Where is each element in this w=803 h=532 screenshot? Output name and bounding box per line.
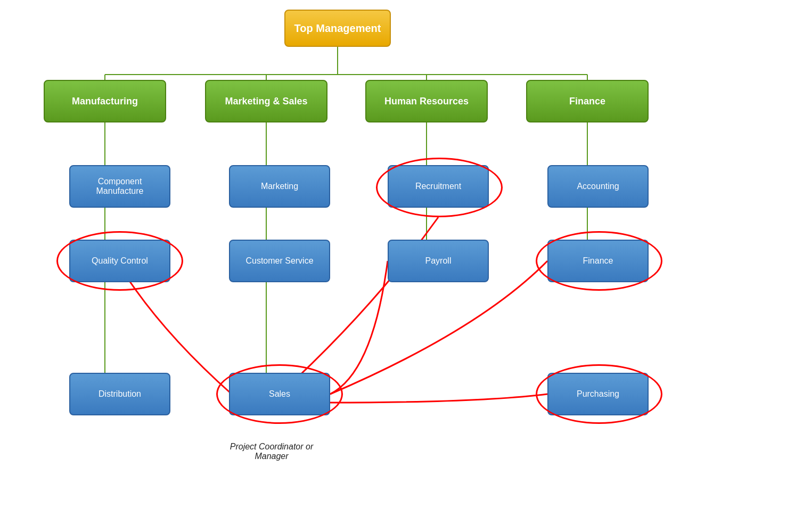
finance-sub-box: Finance [547, 240, 649, 282]
accounting-box: Accounting [547, 165, 649, 208]
finance-dept-box: Finance [526, 80, 649, 122]
project-coordinator-label: Project Coordinator or Manager [208, 442, 335, 461]
distribution-box: Distribution [69, 373, 170, 415]
quality-control-box: Quality Control [69, 240, 170, 282]
purchasing-box: Purchasing [547, 373, 649, 415]
human-resources-box: Human Resources [365, 80, 488, 122]
nodes-layer: Top Management Manufacturing Marketing &… [0, 0, 803, 532]
payroll-box: Payroll [388, 240, 489, 282]
chart-container: Top Management Manufacturing Marketing &… [0, 0, 803, 532]
recruitment-box: Recruitment [388, 165, 489, 208]
customer-service-box: Customer Service [229, 240, 330, 282]
sales-box: Sales [229, 373, 330, 415]
marketing-sales-box: Marketing & Sales [205, 80, 327, 122]
top-management-box: Top Management [284, 10, 391, 47]
component-manufacture-box: Component Manufacture [69, 165, 170, 208]
marketing-box: Marketing [229, 165, 330, 208]
manufacturing-box: Manufacturing [44, 80, 166, 122]
